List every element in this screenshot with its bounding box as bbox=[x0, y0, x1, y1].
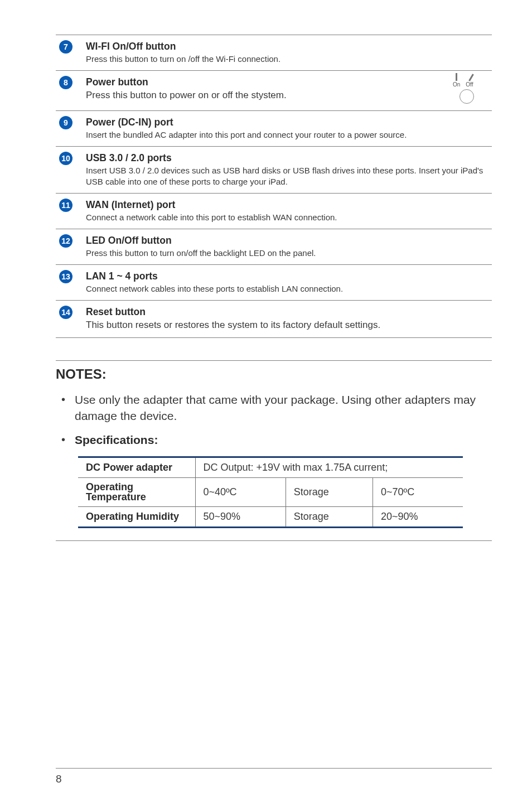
spec-row: OperatingTemperature0~40ºCStorage0~70ºC bbox=[78, 477, 463, 507]
switch-on-label: On bbox=[453, 81, 460, 88]
feature-description: Press this button to power on or off the… bbox=[86, 89, 489, 102]
feature-row: 7WI-FI On/Off buttonPress this button to… bbox=[56, 35, 492, 71]
notes-separator-top bbox=[56, 360, 492, 361]
notes-heading: NOTES: bbox=[56, 366, 492, 382]
spec-cell: Storage bbox=[286, 507, 373, 528]
feature-body-cell: WI-FI On/Off buttonPress this button to … bbox=[83, 35, 492, 71]
feature-row: 11WAN (Internet) portConnect a network c… bbox=[56, 194, 492, 229]
feature-body-cell: Reset buttonThis button resets or restor… bbox=[83, 301, 492, 338]
feature-number-badge: 10 bbox=[59, 152, 72, 165]
spec-cell: 20~90% bbox=[373, 507, 463, 528]
spec-cell: Storage bbox=[286, 477, 373, 507]
power-switch-icon: OnOff bbox=[453, 73, 486, 104]
spec-row: Operating Humidity50~90%Storage20~90% bbox=[78, 507, 463, 528]
feature-number-badge: 12 bbox=[59, 234, 72, 248]
feature-title: Power button bbox=[86, 76, 489, 89]
feature-number-cell: 7 bbox=[56, 35, 83, 71]
spec-row-header: DC Power adapter bbox=[78, 457, 195, 477]
feature-number-cell: 10 bbox=[56, 147, 83, 194]
switch-off-label: Off bbox=[466, 81, 473, 88]
spec-row-header: Operating Humidity bbox=[78, 507, 195, 528]
feature-row: 12LED On/Off buttonPress this button to … bbox=[56, 229, 492, 265]
feature-description: Insert the bundled AC adapter into this … bbox=[86, 129, 489, 141]
feature-title: WAN (Internet) port bbox=[86, 199, 489, 212]
feature-description: Connect a network cable into this port t… bbox=[86, 212, 489, 223]
feature-number-badge: 8 bbox=[59, 76, 72, 89]
feature-number-cell: 8 bbox=[56, 70, 83, 111]
feature-number-cell: 9 bbox=[56, 111, 83, 147]
feature-body-cell: Power (DC-IN) portInsert the bundled AC … bbox=[83, 111, 492, 147]
feature-number-cell: 12 bbox=[56, 229, 83, 265]
feature-number-cell: 11 bbox=[56, 194, 83, 229]
feature-row: 8Power buttonPress this button to power … bbox=[56, 70, 492, 111]
feature-number-badge: 14 bbox=[59, 306, 72, 319]
feature-description: This button resets or restores the syste… bbox=[86, 319, 489, 332]
feature-body-cell: WAN (Internet) portConnect a network cab… bbox=[83, 194, 492, 229]
notes-item: Specifications: bbox=[58, 432, 490, 448]
feature-title: LED On/Off button bbox=[86, 234, 489, 248]
feature-body-cell: USB 3.0 / 2.0 portsInsert USB 3.0 / 2.0 … bbox=[83, 147, 492, 194]
spec-cell: 0~70ºC bbox=[373, 477, 463, 507]
feature-title: LAN 1 ~ 4 ports bbox=[86, 270, 489, 283]
feature-title: WI-FI On/Off button bbox=[86, 40, 489, 54]
feature-row: 13LAN 1 ~ 4 portsConnect network cables … bbox=[56, 265, 492, 301]
feature-number-cell: 13 bbox=[56, 265, 83, 301]
feature-description: Press this button to turn on /off the Wi… bbox=[86, 54, 489, 65]
feature-description: Press this button to turn on/off the bac… bbox=[86, 248, 489, 259]
feature-row: 10USB 3.0 / 2.0 portsInsert USB 3.0 / 2.… bbox=[56, 147, 492, 194]
feature-number-badge: 11 bbox=[59, 199, 72, 212]
feature-row: 14Reset buttonThis button resets or rest… bbox=[56, 301, 492, 338]
feature-title: Power (DC-IN) port bbox=[86, 116, 489, 129]
notes-separator-bottom bbox=[56, 540, 492, 541]
specifications-label: Specifications: bbox=[75, 433, 158, 446]
feature-title: Reset button bbox=[86, 306, 489, 319]
feature-title: USB 3.0 / 2.0 ports bbox=[86, 152, 489, 165]
feature-body-cell: Power buttonPress this button to power o… bbox=[83, 70, 492, 111]
feature-number-badge: 9 bbox=[59, 116, 72, 129]
feature-number-cell: 14 bbox=[56, 301, 83, 338]
notes-item: Use only the adapter that came with your… bbox=[58, 392, 490, 424]
power-button-icon bbox=[460, 89, 474, 104]
spec-header-line: Operating bbox=[86, 482, 187, 492]
spec-cell: 50~90% bbox=[195, 507, 286, 528]
spec-table: DC Power adapterDC Output: +19V with max… bbox=[78, 456, 463, 529]
feature-number-badge: 7 bbox=[59, 40, 72, 54]
spec-row-header: OperatingTemperature bbox=[78, 477, 195, 507]
feature-row: 9Power (DC-IN) portInsert the bundled AC… bbox=[56, 111, 492, 147]
feature-body-cell: LED On/Off buttonPress this button to tu… bbox=[83, 229, 492, 265]
page-bottom-rule bbox=[56, 768, 492, 769]
spec-header-line: Temperature bbox=[86, 492, 187, 503]
feature-body-cell: LAN 1 ~ 4 portsConnect network cables in… bbox=[83, 265, 492, 301]
feature-table: 7WI-FI On/Off buttonPress this button to… bbox=[56, 35, 492, 338]
feature-number-badge: 13 bbox=[59, 270, 72, 283]
spec-cell: DC Output: +19V with max 1.75A current; bbox=[195, 457, 463, 477]
spec-row: DC Power adapterDC Output: +19V with max… bbox=[78, 457, 463, 477]
feature-description: Connect network cables into these ports … bbox=[86, 283, 489, 294]
feature-description: Insert USB 3.0 / 2.0 devices such as USB… bbox=[86, 165, 489, 188]
spec-cell: 0~40ºC bbox=[195, 477, 286, 507]
notes-list: Use only the adapter that came with your… bbox=[56, 392, 492, 448]
page-number: 8 bbox=[56, 773, 62, 785]
